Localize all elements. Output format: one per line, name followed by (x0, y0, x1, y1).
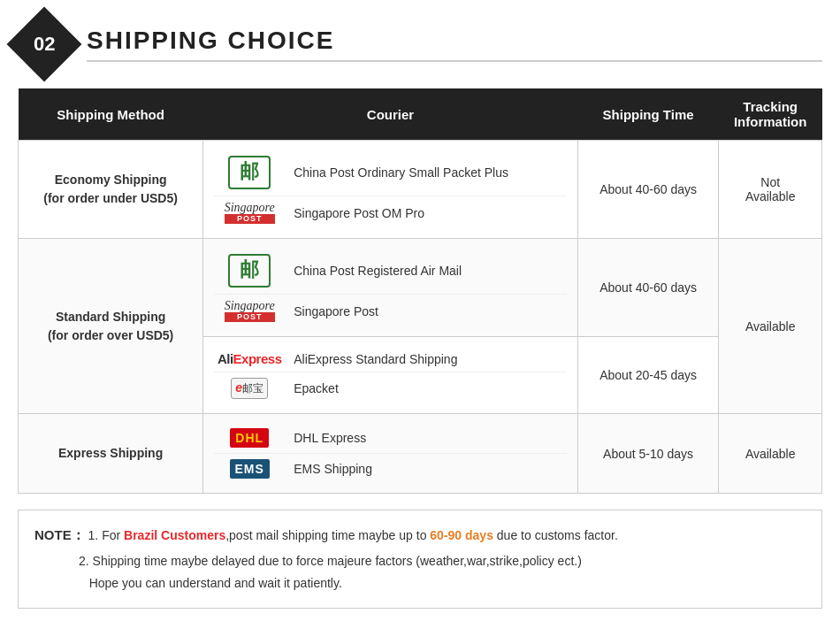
courier-name-ems: EMS Shipping (294, 462, 372, 476)
table-row: Economy Shipping(for order under USD5) 邮… (19, 141, 822, 239)
note-2: 2. Shipping time maybe delayed due to fo… (79, 550, 806, 594)
courier-epacket: e邮宝 Epacket (214, 372, 567, 404)
economy-tracking: NotAvailable (719, 141, 822, 239)
svg-text:邮: 邮 (240, 258, 259, 280)
standard-tracking: Available (719, 239, 822, 414)
table-row: Express Shipping DHL DHL Express EMS EMS… (19, 414, 822, 494)
express-time: About 5-10 days (577, 414, 719, 494)
step-badge: 02 (7, 7, 82, 82)
days-highlight: 60-90 days (430, 528, 493, 542)
express-shipping-method: Express Shipping (19, 414, 203, 494)
express-couriers: DHL DHL Express EMS EMS Shipping (203, 414, 578, 494)
standard-time-2: About 20-45 days (577, 337, 719, 414)
standard-time-1: About 40-60 days (577, 239, 719, 337)
shipping-table: Shipping Method Courier Shipping Time Tr… (18, 88, 822, 494)
ems-logo: EMS (214, 459, 285, 479)
notes-title: NOTE： (34, 527, 85, 542)
col-header-tracking: TrackingInformation (719, 88, 822, 141)
economy-couriers: 邮 China Post Ordinary Small Packet Plus … (203, 141, 578, 239)
standard-couriers-top: 邮 China Post Registered Air Mail Singapo… (203, 239, 578, 337)
china-post-logo-standard: 邮 (214, 253, 285, 288)
express-tracking: Available (719, 414, 822, 494)
courier-china-post-standard: 邮 China Post Registered Air Mail (214, 248, 567, 295)
col-header-time: Shipping Time (577, 88, 719, 141)
courier-aliexpress: AliExpress AliExpress Standard Shipping (214, 346, 567, 372)
standard-shipping-method: Standard Shipping(for order over USD5) (19, 239, 203, 414)
page-header: 02 SHIPPING CHOICE (18, 18, 822, 71)
col-header-method: Shipping Method (19, 88, 203, 141)
courier-name-aliexpress: AliExpress Standard Shipping (294, 352, 457, 366)
courier-china-post-economy: 邮 China Post Ordinary Small Packet Plus (214, 150, 567, 196)
courier-ems: EMS EMS Shipping (214, 454, 567, 484)
singapore-post-logo-economy: Singapore POST (214, 202, 285, 224)
courier-name-china-post-standard: China Post Registered Air Mail (294, 264, 462, 278)
courier-name-singapore-standard: Singapore Post (294, 304, 378, 318)
page-title: SHIPPING CHOICE (87, 27, 822, 62)
dhl-logo: DHL (214, 428, 285, 448)
table-row: Standard Shipping(for order over USD5) 邮… (19, 239, 822, 337)
courier-name-dhl: DHL Express (294, 431, 366, 445)
courier-singapore-standard: Singapore POST Singapore Post (214, 295, 567, 327)
svg-text:邮: 邮 (240, 160, 259, 182)
courier-singapore-economy: Singapore POST Singapore Post OM Pro (214, 196, 567, 229)
courier-name-singapore-economy: Singapore Post OM Pro (294, 206, 424, 220)
note-1: NOTE： 1. For Brazil Customers,post mail … (34, 523, 806, 547)
courier-name-china-post-economy: China Post Ordinary Small Packet Plus (294, 165, 508, 180)
brazil-highlight: Brazil Customers (124, 528, 225, 542)
notes-section: NOTE： 1. For Brazil Customers,post mail … (18, 510, 822, 609)
courier-name-epacket: Epacket (294, 381, 339, 395)
aliexpress-logo: AliExpress (214, 351, 285, 366)
china-post-logo: 邮 (214, 155, 285, 190)
epacket-logo: e邮宝 (214, 378, 285, 399)
courier-dhl: DHL DHL Express (214, 423, 567, 454)
economy-shipping-method: Economy Shipping(for order under USD5) (19, 141, 203, 239)
col-header-courier: Courier (203, 88, 578, 141)
standard-couriers-bottom: AliExpress AliExpress Standard Shipping … (203, 337, 578, 414)
economy-shipping-time: About 40-60 days (577, 141, 719, 239)
singapore-post-logo-standard: Singapore POST (214, 300, 285, 322)
